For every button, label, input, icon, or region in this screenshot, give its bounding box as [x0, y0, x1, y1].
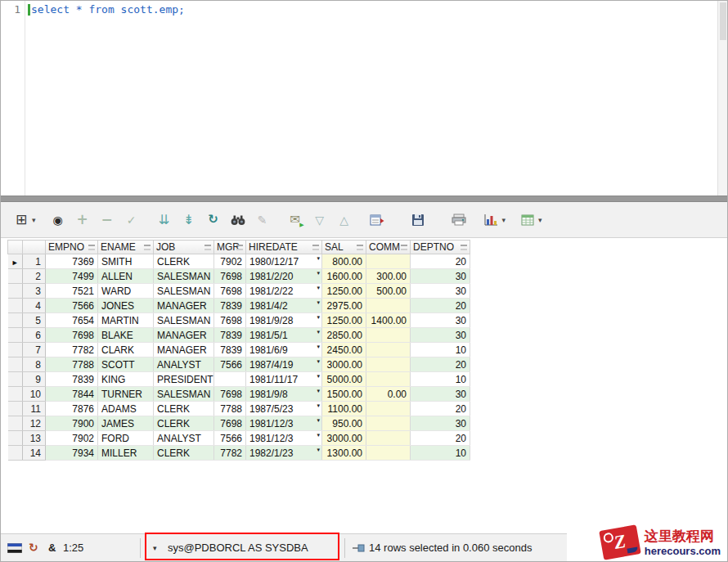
cell-hiredate[interactable]: 1981/12/3▾ [246, 431, 322, 446]
cell-ename[interactable]: BLAKE [98, 328, 154, 343]
filter-button[interactable]: ◉ [48, 210, 68, 230]
row-number-cell[interactable]: 3 [23, 284, 46, 299]
cell-empno[interactable]: 7934 [46, 446, 98, 461]
cell-deptno[interactable]: 20 [411, 402, 470, 416]
export-grid-dropdown-icon[interactable]: ▾ [538, 216, 542, 224]
cell-mgr[interactable]: 7839 [214, 343, 246, 357]
cell-empno[interactable]: 7900 [46, 416, 98, 431]
cell-sal[interactable]: 800.00 [322, 254, 366, 269]
cell-empno[interactable]: 7521 [46, 284, 98, 299]
cell-mgr[interactable]: 7839 [214, 299, 246, 313]
row-number-cell[interactable]: 2 [23, 269, 46, 284]
grid-row[interactable]: 47566JONESMANAGER78391981/4/2▾2975.0020 [8, 299, 470, 313]
cell-empno[interactable]: 7782 [46, 343, 98, 357]
cell-mgr[interactable]: 7839 [214, 328, 246, 343]
grid-row[interactable]: 87788SCOTTANALYST75661987/4/19▾3000.0020 [8, 357, 470, 372]
cell-job[interactable]: ANALYST [154, 357, 214, 372]
column-options-icon[interactable] [204, 245, 211, 250]
cell-sal[interactable]: 1300.00 [322, 446, 366, 461]
cell-ename[interactable]: JONES [98, 299, 154, 313]
cell-comm[interactable] [366, 372, 411, 387]
cell-job[interactable]: MANAGER [154, 343, 214, 357]
date-dropdown-icon[interactable]: ▾ [317, 285, 320, 291]
cell-empno[interactable]: 7654 [46, 313, 98, 328]
date-dropdown-icon[interactable]: ▾ [317, 388, 320, 394]
connection-selector[interactable]: sys@PDBORCL AS SYSDBA [168, 542, 308, 554]
cell-mgr[interactable]: 7698 [214, 416, 246, 431]
grid-row[interactable]: ►17369SMITHCLERK79021980/12/17▾800.0020 [8, 254, 470, 269]
column-options-icon[interactable] [88, 245, 95, 250]
find-button[interactable] [228, 210, 248, 230]
cell-comm[interactable]: 500.00 [366, 284, 411, 299]
cell-deptno[interactable]: 30 [411, 328, 470, 343]
grid-row[interactable]: 107844TURNERSALESMAN76981981/9/8▾1500.00… [8, 387, 470, 402]
pin-icon[interactable] [353, 543, 365, 553]
editor-scrollbar-thumb[interactable] [720, 2, 726, 40]
grid-row[interactable]: 137902FORDANALYST75661981/12/3▾3000.0020 [8, 431, 470, 446]
cell-ename[interactable]: MILLER [98, 446, 154, 461]
column-header-mgr[interactable]: MGR [214, 241, 246, 254]
cell-empno[interactable]: 7902 [46, 431, 98, 446]
date-dropdown-icon[interactable]: ▾ [317, 402, 320, 409]
grid-row[interactable]: 67698BLAKEMANAGER78391981/5/1▾2850.0030 [8, 328, 470, 343]
cell-mgr[interactable]: 7566 [214, 357, 246, 372]
grid-mode-dropdown-icon[interactable]: ▾ [32, 216, 36, 224]
row-number-cell[interactable]: 13 [23, 431, 46, 446]
cell-deptno[interactable]: 20 [411, 299, 470, 313]
column-options-icon[interactable] [401, 245, 407, 250]
row-number-cell[interactable]: 9 [23, 372, 46, 387]
cell-sal[interactable]: 1600.00 [322, 269, 366, 284]
date-dropdown-icon[interactable]: ▾ [317, 373, 320, 380]
cell-comm[interactable] [366, 343, 411, 357]
cell-comm[interactable] [366, 328, 411, 343]
cell-sal[interactable]: 2975.00 [322, 299, 366, 313]
cell-empno[interactable]: 7499 [46, 269, 98, 284]
cell-sal[interactable]: 3000.00 [322, 357, 366, 372]
cell-ename[interactable]: TURNER [98, 387, 154, 402]
cell-comm[interactable] [366, 299, 411, 313]
column-options-icon[interactable] [236, 245, 243, 250]
cell-empno[interactable]: 7369 [46, 254, 98, 269]
column-header-sal[interactable]: SAL [322, 241, 366, 254]
column-header-hiredate[interactable]: HIREDATE [246, 241, 322, 254]
cell-ename[interactable]: SCOTT [98, 357, 154, 372]
date-dropdown-icon[interactable]: ▾ [317, 447, 320, 453]
date-dropdown-icon[interactable]: ▾ [317, 329, 320, 335]
cell-sal[interactable]: 1100.00 [322, 402, 366, 416]
cell-sal[interactable]: 5000.00 [322, 372, 366, 387]
grid-row[interactable]: 37521WARDSALESMAN76981981/2/22▾1250.0050… [8, 284, 470, 299]
cell-mgr[interactable]: 7902 [214, 254, 246, 269]
date-dropdown-icon[interactable]: ▾ [317, 417, 320, 424]
cell-comm[interactable] [366, 431, 411, 446]
date-dropdown-icon[interactable]: ▾ [317, 255, 320, 262]
editor-scrollbar[interactable] [717, 1, 727, 196]
cell-ename[interactable]: WARD [98, 284, 154, 299]
cell-sal[interactable]: 950.00 [322, 416, 366, 431]
cell-empno[interactable]: 7839 [46, 372, 98, 387]
cell-job[interactable]: CLERK [154, 446, 214, 461]
cell-sal[interactable]: 1250.00 [322, 313, 366, 328]
fetch-last-page-button[interactable]: ⇟ [179, 210, 199, 230]
date-dropdown-icon[interactable]: ▾ [317, 299, 320, 306]
cell-empno[interactable]: 7698 [46, 328, 98, 343]
chart-button[interactable] [482, 210, 501, 230]
cell-comm[interactable] [366, 416, 411, 431]
cell-deptno[interactable]: 10 [411, 372, 470, 387]
export-data-button[interactable]: ✉▶ [285, 210, 305, 230]
cell-comm[interactable]: 0.00 [366, 387, 411, 402]
cell-job[interactable]: PRESIDENT [154, 372, 214, 387]
cell-ename[interactable]: CLARK [98, 343, 154, 357]
cell-deptno[interactable]: 10 [411, 446, 470, 461]
grid-row[interactable]: 77782CLARKMANAGER78391981/6/9▾2450.0010 [8, 343, 470, 357]
cell-ename[interactable]: MARTIN [98, 313, 154, 328]
row-number-cell[interactable]: 12 [23, 416, 46, 431]
column-options-icon[interactable] [312, 245, 319, 250]
post-edit-button[interactable]: ✓ [122, 210, 142, 230]
cell-job[interactable]: SALESMAN [154, 269, 214, 284]
cell-deptno[interactable]: 20 [411, 357, 470, 372]
cell-hiredate[interactable]: 1980/12/17▾ [246, 254, 322, 269]
single-record-view-button[interactable] [367, 210, 387, 230]
connection-dropdown-icon[interactable]: ▾ [153, 544, 157, 552]
cell-comm[interactable] [366, 446, 411, 461]
cell-mgr[interactable]: 7698 [214, 269, 246, 284]
